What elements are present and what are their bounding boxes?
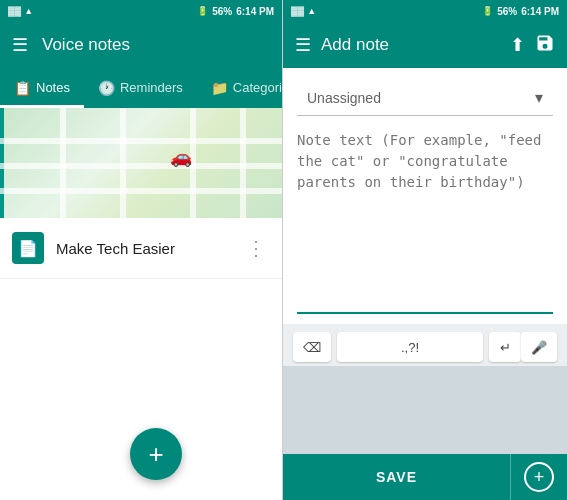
notes-tab-label: Notes xyxy=(36,80,70,95)
delete-key-icon: ⌫ xyxy=(303,340,321,355)
left-time: 6:14 PM xyxy=(236,6,274,17)
right-status-bar: ▓▓ ▲ 🔋 56% 6:14 PM xyxy=(283,0,567,22)
left-battery-icon: 🔋 xyxy=(197,6,208,16)
mic-key-icon: 🎤 xyxy=(531,340,547,355)
left-tabs-bar: 📋 Notes 🕐 Reminders 📁 Categories xyxy=(0,68,282,108)
left-battery-pct: 56% xyxy=(212,6,232,17)
map-preview: 🚗 xyxy=(0,108,282,218)
categories-tab-label: Categories xyxy=(233,80,296,95)
left-toolbar-title: Voice notes xyxy=(42,35,270,55)
right-panel: ▓▓ ▲ 🔋 56% 6:14 PM ☰ Add note ⬆ Unassign… xyxy=(283,0,567,500)
keyboard-area: ⌫ .,?! ↵ 🎤 xyxy=(283,324,567,454)
right-toolbar-title: Add note xyxy=(321,35,500,55)
left-menu-icon[interactable]: ☰ xyxy=(12,34,28,56)
reminders-tab-icon: 🕐 xyxy=(98,80,115,96)
reminders-tab-label: Reminders xyxy=(120,80,183,95)
note-item-text: Make Tech Easier xyxy=(56,240,242,257)
keyboard-main xyxy=(283,366,567,454)
delete-key[interactable]: ⌫ xyxy=(293,332,331,362)
punctuation-key[interactable]: .,?! xyxy=(337,332,483,362)
share-icon[interactable]: ⬆ xyxy=(510,34,525,56)
tab-notes[interactable]: 📋 Notes xyxy=(0,70,84,108)
enter-key-icon: ↵ xyxy=(500,340,511,355)
right-battery-icon: 🔋 xyxy=(482,6,493,16)
dropdown-arrow-icon: ▾ xyxy=(535,88,543,107)
map-road-v4 xyxy=(240,108,246,218)
map-car-icon: 🚗 xyxy=(170,146,192,168)
note-text-input[interactable] xyxy=(297,130,553,314)
right-wifi-icon: ▲ xyxy=(307,6,316,16)
category-label: Unassigned xyxy=(307,90,381,106)
left-toolbar: ☰ Voice notes xyxy=(0,22,282,68)
note-doc-icon: 📄 xyxy=(18,239,38,258)
mic-key[interactable]: 🎤 xyxy=(521,332,557,362)
left-wifi-icon: ▲ xyxy=(24,6,33,16)
bottom-actions-bar: SAVE + xyxy=(283,454,567,500)
right-menu-icon[interactable]: ☰ xyxy=(295,34,311,56)
save-toolbar-icon[interactable] xyxy=(535,33,555,57)
left-status-bar: ▓▓ ▲ 🔋 56% 6:14 PM xyxy=(0,0,282,22)
save-button-label: SAVE xyxy=(376,469,417,485)
enter-key[interactable]: ↵ xyxy=(489,332,521,362)
left-signal-icon: ▓▓ xyxy=(8,6,21,16)
map-road-v2 xyxy=(120,108,126,218)
note-list-item[interactable]: 📄 Make Tech Easier ⋮ xyxy=(0,218,282,279)
right-signal-icon: ▓▓ xyxy=(291,6,304,16)
add-note-icon: + xyxy=(534,467,545,488)
keyboard-top-row: ⌫ .,?! ↵ 🎤 xyxy=(283,324,567,366)
right-toolbar: ☰ Add note ⬆ xyxy=(283,22,567,68)
punctuation-label: .,?! xyxy=(401,340,419,355)
category-dropdown[interactable]: Unassigned ▾ xyxy=(297,80,553,116)
notes-tab-icon: 📋 xyxy=(14,80,31,96)
right-time: 6:14 PM xyxy=(521,6,559,17)
tab-categories[interactable]: 📁 Categories xyxy=(197,70,310,108)
note-item-icon: 📄 xyxy=(12,232,44,264)
add-note-button[interactable]: + xyxy=(511,454,567,500)
right-battery-pct: 56% xyxy=(497,6,517,17)
note-item-more-icon[interactable]: ⋮ xyxy=(242,232,270,264)
fab-button[interactable]: + xyxy=(130,428,182,480)
categories-tab-icon: 📁 xyxy=(211,80,228,96)
note-input-area xyxy=(283,120,567,324)
map-road-v1 xyxy=(60,108,66,218)
tab-reminders[interactable]: 🕐 Reminders xyxy=(84,70,197,108)
save-button[interactable]: SAVE xyxy=(283,454,511,500)
add-note-circle: + xyxy=(524,462,554,492)
